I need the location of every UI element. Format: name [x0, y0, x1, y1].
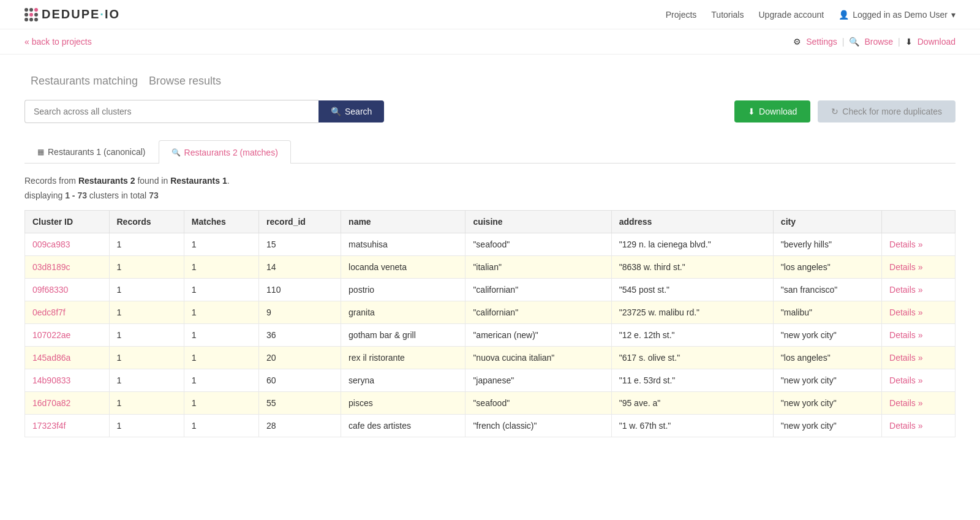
cell-cuisine: "french (classic)": [466, 415, 611, 437]
cell-city: "new york city": [773, 324, 881, 347]
tab-matches[interactable]: 🔍 Restaurants 2 (matches): [159, 140, 291, 164]
search-button[interactable]: 🔍 Search: [318, 100, 384, 122]
refresh-icon: ↻: [831, 107, 839, 116]
cell-cluster-id: 17323f4f: [25, 415, 110, 437]
cell-address: "8638 w. third st.": [611, 256, 773, 279]
logo-icon: [24, 8, 38, 21]
nav-projects[interactable]: Projects: [666, 10, 697, 20]
cell-record-id: 9: [259, 301, 341, 324]
cell-details: Details »: [882, 347, 956, 369]
nav-upgrade[interactable]: Upgrade account: [758, 10, 824, 20]
cell-city: "los angeles": [773, 347, 881, 369]
back-link[interactable]: « back to projects: [24, 37, 92, 47]
cell-name: gotham bar & grill: [341, 324, 466, 347]
col-cuisine: cuisine: [466, 211, 611, 233]
cluster-id-link[interactable]: 0edc8f7f: [32, 307, 66, 317]
cell-matches: 1: [184, 256, 258, 279]
cell-matches: 1: [184, 347, 258, 369]
cell-records: 1: [109, 369, 184, 392]
cell-city: "new york city": [773, 392, 881, 415]
details-link[interactable]: Details »: [889, 353, 922, 363]
details-link[interactable]: Details »: [889, 262, 922, 272]
cell-records: 1: [109, 301, 184, 324]
cell-city: "san francisco": [773, 279, 881, 301]
grid-icon: ▦: [37, 148, 44, 156]
details-link[interactable]: Details »: [889, 398, 922, 408]
cell-records: 1: [109, 279, 184, 301]
cell-record-id: 36: [259, 324, 341, 347]
cell-address: "95 ave. a": [611, 392, 773, 415]
cluster-id-link[interactable]: 03d8189c: [32, 262, 70, 272]
cell-name: matsuhisa: [341, 233, 466, 256]
table-row: 16d70a821155pisces"seafood""95 ave. a""n…: [25, 392, 956, 415]
cluster-id-link[interactable]: 14b90833: [32, 375, 70, 385]
details-link[interactable]: Details »: [889, 285, 922, 295]
logo-accent: ·: [100, 7, 105, 21]
logo-dot-7: [24, 18, 28, 21]
details-link[interactable]: Details »: [889, 421, 922, 431]
download-icon-sub: ⬇: [905, 37, 913, 47]
table-row: 03d8189c1114locanda veneta"italian""8638…: [25, 256, 956, 279]
col-cluster-id: Cluster ID: [25, 211, 110, 233]
cell-records: 1: [109, 324, 184, 347]
separator-2: |: [898, 37, 900, 47]
table-row: 09f6833011110postrio"californian""545 po…: [25, 279, 956, 301]
cell-record-id: 28: [259, 415, 341, 437]
cell-address: "129 n. la cienega blvd.": [611, 233, 773, 256]
user-label: Logged in as Demo User: [853, 10, 948, 20]
cell-records: 1: [109, 392, 184, 415]
settings-link[interactable]: Settings: [806, 37, 837, 47]
cluster-id-link[interactable]: 16d70a82: [32, 398, 70, 408]
cluster-id-link[interactable]: 17323f4f: [32, 421, 66, 431]
cell-address: "23725 w. malibu rd.": [611, 301, 773, 324]
download-icon: ⬇: [748, 107, 755, 116]
logo: DEDUPE·IO: [24, 7, 120, 21]
sub-header-actions: ⚙ Settings | 🔍 Browse | ⬇ Download: [793, 37, 956, 47]
check-duplicates-button[interactable]: ↻ Check for more duplicates: [818, 100, 956, 122]
cell-address: "545 post st.": [611, 279, 773, 301]
browse-link[interactable]: Browse: [864, 37, 893, 47]
cluster-id-link[interactable]: 107022ae: [32, 330, 70, 340]
logo-dot-3: [34, 8, 38, 12]
header-row: Cluster ID Records Matches record_id nam…: [25, 211, 956, 233]
col-matches: Matches: [184, 211, 258, 233]
nav-tutorials[interactable]: Tutorials: [711, 10, 744, 20]
tab-canonical[interactable]: ▦ Restaurants 1 (canonical): [24, 140, 159, 163]
logo-dot-6: [34, 13, 38, 17]
cluster-id-link[interactable]: 009ca983: [32, 239, 70, 249]
cell-details: Details »: [882, 233, 956, 256]
col-city: city: [773, 211, 881, 233]
logo-text: DEDUPE·IO: [42, 7, 120, 21]
table-header: Cluster ID Records Matches record_id nam…: [25, 211, 956, 233]
search-input[interactable]: [24, 100, 318, 123]
user-icon: 👤: [839, 10, 849, 20]
nav-user[interactable]: 👤 Logged in as Demo User ▾: [839, 10, 956, 20]
cell-matches: 1: [184, 324, 258, 347]
col-name: name: [341, 211, 466, 233]
cell-name: pisces: [341, 392, 466, 415]
col-address: address: [611, 211, 773, 233]
cell-record-id: 55: [259, 392, 341, 415]
details-link[interactable]: Details »: [889, 307, 922, 317]
main-content: Restaurants matching Browse results 🔍 Se…: [0, 55, 980, 452]
cell-records: 1: [109, 233, 184, 256]
download-link-sub[interactable]: Download: [918, 37, 956, 47]
details-link[interactable]: Details »: [889, 375, 922, 385]
cell-details: Details »: [882, 301, 956, 324]
cell-details: Details »: [882, 256, 956, 279]
cell-cluster-id: 0edc8f7f: [25, 301, 110, 324]
search-tab-icon: 🔍: [172, 148, 181, 157]
data-table: Cluster ID Records Matches record_id nam…: [24, 210, 956, 437]
cell-details: Details »: [882, 324, 956, 347]
cluster-id-link[interactable]: 09f68330: [32, 285, 68, 295]
col-actions: [882, 211, 956, 233]
details-link[interactable]: Details »: [889, 239, 922, 249]
logo-dot-5: [29, 13, 33, 17]
cluster-id-link[interactable]: 145ad86a: [32, 353, 70, 363]
details-link[interactable]: Details »: [889, 330, 922, 340]
cell-matches: 1: [184, 392, 258, 415]
cell-city: "new york city": [773, 415, 881, 437]
download-button[interactable]: ⬇ Download: [734, 100, 810, 122]
count-text: displaying 1 - 73 clusters in total 73: [24, 190, 956, 200]
action-buttons: ⬇ Download ↻ Check for more duplicates: [734, 100, 956, 122]
